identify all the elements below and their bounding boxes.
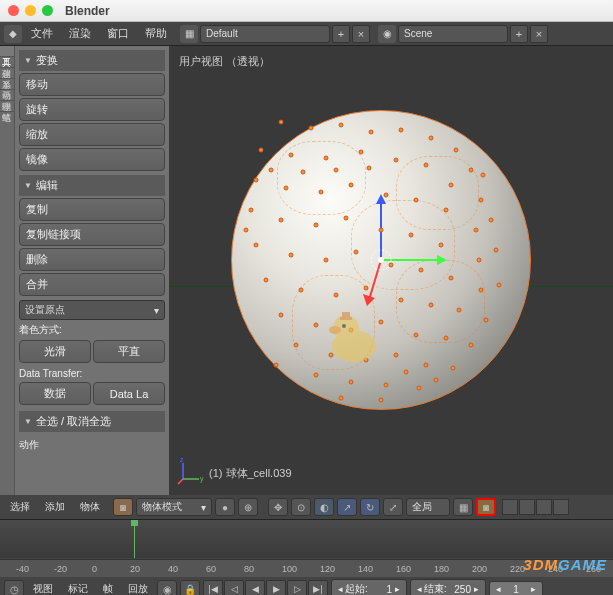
- flat-button[interactable]: 平直: [93, 340, 165, 363]
- duplicate-linked-button[interactable]: 复制链接项: [19, 223, 165, 246]
- cell-point: [404, 370, 409, 375]
- cell-point: [429, 303, 434, 308]
- menu-render[interactable]: 渲染: [62, 23, 98, 44]
- cell-point: [417, 386, 422, 391]
- layout-add[interactable]: +: [332, 25, 350, 43]
- tab-relations[interactable]: 关系: [0, 68, 14, 79]
- layout-dropdown[interactable]: Default: [200, 25, 330, 43]
- tl-sync-icon[interactable]: ◉: [157, 580, 177, 595]
- rotate-manip[interactable]: ↻: [360, 498, 380, 516]
- tl-frame-menu[interactable]: 帧: [97, 580, 119, 595]
- cell-point: [254, 243, 259, 248]
- play-button[interactable]: ▶: [266, 580, 286, 595]
- cell-point: [259, 148, 264, 153]
- timeline-editor-icon[interactable]: ◷: [4, 580, 24, 595]
- orientation-dropdown[interactable]: 全局: [406, 498, 450, 516]
- menu-help[interactable]: 帮助: [138, 23, 174, 44]
- tab-tools[interactable]: 工具: [0, 46, 14, 57]
- rotate-button[interactable]: 旋转: [19, 98, 165, 121]
- svg-text:y: y: [200, 475, 204, 483]
- mirror-button[interactable]: 镜像: [19, 148, 165, 171]
- delete-button[interactable]: 删除: [19, 248, 165, 271]
- cell-point: [444, 208, 449, 213]
- current-frame-field[interactable]: ◂1▸: [489, 581, 543, 596]
- cell-point: [279, 218, 284, 223]
- data-la-button[interactable]: Data La: [93, 382, 165, 405]
- cell-point: [289, 253, 294, 258]
- move-button[interactable]: 移动: [19, 73, 165, 96]
- snap-icon[interactable]: ⊙: [291, 498, 311, 516]
- cell-point: [364, 286, 369, 291]
- section-select-all[interactable]: ▼全选 / 取消全选: [19, 411, 165, 432]
- menu-file[interactable]: 文件: [24, 23, 60, 44]
- tl-markers-menu[interactable]: 标记: [62, 580, 94, 595]
- shading-solid-icon[interactable]: ●: [215, 498, 235, 516]
- scale-button[interactable]: 缩放: [19, 123, 165, 146]
- highlighted-layer-button[interactable]: ◙: [476, 498, 496, 516]
- layout-remove[interactable]: ×: [352, 25, 370, 43]
- svg-point-7: [378, 257, 384, 263]
- vp-object-menu[interactable]: 物体: [74, 498, 106, 516]
- vp-select-menu[interactable]: 选择: [4, 498, 36, 516]
- scene-icon[interactable]: ◉: [378, 25, 396, 43]
- close-window[interactable]: [8, 5, 19, 16]
- cell-point: [389, 263, 394, 268]
- section-transform[interactable]: ▼变换: [19, 50, 165, 71]
- layout-icon[interactable]: ▦: [180, 25, 198, 43]
- tab-animation[interactable]: 动画: [0, 79, 14, 90]
- cell-point: [254, 178, 259, 183]
- ruler-tick: 60: [206, 564, 216, 574]
- cell-point: [324, 258, 329, 263]
- scale-manip[interactable]: ⤢: [383, 498, 403, 516]
- cell-point: [469, 343, 474, 348]
- keyframe-next-button[interactable]: ▷: [287, 580, 307, 595]
- section-edit[interactable]: ▼编辑: [19, 175, 165, 196]
- menu-window[interactable]: 窗口: [100, 23, 136, 44]
- maximize-window[interactable]: [42, 5, 53, 16]
- layer-grid[interactable]: [502, 499, 569, 515]
- jump-end-button[interactable]: ▶|: [308, 580, 328, 595]
- end-frame-field[interactable]: ◂结束:250▸: [410, 579, 486, 595]
- ruler-tick: 0: [92, 564, 97, 574]
- svg-marker-3: [437, 255, 447, 265]
- svg-rect-13: [342, 312, 350, 318]
- tl-lock-icon[interactable]: 🔒: [180, 580, 200, 595]
- vp-add-menu[interactable]: 添加: [39, 498, 71, 516]
- smooth-button[interactable]: 光滑: [19, 340, 91, 363]
- cell-point: [289, 153, 294, 158]
- cell-point: [469, 168, 474, 173]
- tl-view-menu[interactable]: 视图: [27, 580, 59, 595]
- cell-point: [457, 308, 462, 313]
- scene-dropdown[interactable]: Scene: [398, 25, 508, 43]
- cell-point: [419, 268, 424, 273]
- join-button[interactable]: 合并: [19, 273, 165, 296]
- cell-point: [479, 288, 484, 293]
- playhead[interactable]: [134, 520, 135, 558]
- layers-icon[interactable]: ▦: [453, 498, 473, 516]
- tab-physics[interactable]: 物理: [0, 90, 14, 101]
- start-frame-field[interactable]: ◂起始:1▸: [331, 579, 407, 595]
- pivot-icon[interactable]: ⊕: [238, 498, 258, 516]
- mode-dropdown[interactable]: 物体模式▾: [136, 498, 212, 516]
- duplicate-button[interactable]: 复制: [19, 198, 165, 221]
- timeline-ruler[interactable]: -40-200204060801001201401601802002202402…: [0, 559, 613, 577]
- play-reverse-button[interactable]: ◀: [245, 580, 265, 595]
- keyframe-prev-button[interactable]: ◁: [224, 580, 244, 595]
- tl-playback-menu[interactable]: 回放: [122, 580, 154, 595]
- blender-icon[interactable]: ◆: [4, 25, 22, 43]
- translate-manip[interactable]: ↗: [337, 498, 357, 516]
- scene-remove[interactable]: ×: [530, 25, 548, 43]
- jump-start-button[interactable]: |◀: [203, 580, 223, 595]
- set-origin-dropdown[interactable]: 设置原点▾: [19, 300, 165, 320]
- proportional-icon[interactable]: ◐: [314, 498, 334, 516]
- minimize-window[interactable]: [25, 5, 36, 16]
- manipulator-toggle[interactable]: ✥: [268, 498, 288, 516]
- data-button[interactable]: 数据: [19, 382, 91, 405]
- cell-point: [324, 156, 329, 161]
- tab-create[interactable]: 创建: [0, 57, 14, 68]
- viewport-3d[interactable]: 用户视图 （透视）: [169, 46, 613, 495]
- mode-icon[interactable]: ◙: [113, 498, 133, 516]
- tab-grease[interactable]: 蜡笔: [0, 101, 14, 112]
- scene-add[interactable]: +: [510, 25, 528, 43]
- timeline[interactable]: [0, 519, 613, 559]
